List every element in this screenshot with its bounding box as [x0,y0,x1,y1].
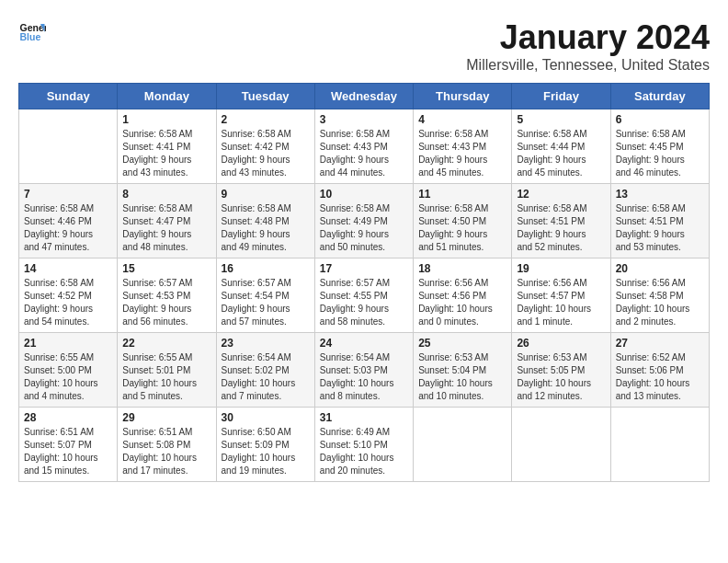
week-row-3: 14Sunrise: 6:58 AMSunset: 4:52 PMDayligh… [19,259,710,333]
page-container: General Blue January 2024 Millersville, … [18,18,710,482]
calendar-cell: 22Sunrise: 6:55 AMSunset: 5:01 PMDayligh… [118,333,216,408]
day-number: 26 [517,337,605,350]
calendar-cell: 11Sunrise: 6:58 AMSunset: 4:50 PMDayligh… [414,184,512,259]
day-number: 5 [517,113,605,126]
day-info: Sunrise: 6:57 AMSunset: 4:54 PMDaylight:… [222,277,310,328]
day-info: Sunrise: 6:58 AMSunset: 4:43 PMDaylight:… [418,128,506,179]
day-info: Sunrise: 6:53 AMSunset: 5:04 PMDaylight:… [418,351,506,403]
week-row-5: 28Sunrise: 6:51 AMSunset: 5:07 PMDayligh… [19,408,710,482]
calendar-table: Sunday Monday Tuesday Wednesday Thursday… [18,83,710,482]
day-info: Sunrise: 6:51 AMSunset: 5:08 PMDaylight:… [122,426,210,477]
day-info: Sunrise: 6:58 AMSunset: 4:43 PMDaylight:… [320,128,408,179]
day-number: 15 [122,262,210,275]
calendar-cell: 9Sunrise: 6:58 AMSunset: 4:48 PMDaylight… [216,184,314,259]
day-number: 31 [320,411,408,424]
header-saturday: Saturday [610,84,709,109]
calendar-cell: 3Sunrise: 6:58 AMSunset: 4:43 PMDaylight… [314,109,413,184]
day-info: Sunrise: 6:53 AMSunset: 5:05 PMDaylight:… [517,351,605,403]
day-number: 27 [616,337,704,350]
calendar-cell: 2Sunrise: 6:58 AMSunset: 4:42 PMDaylight… [216,109,314,184]
calendar-subtitle: Millersville, Tennessee, United States [466,57,710,74]
calendar-cell: 1Sunrise: 6:58 AMSunset: 4:41 PMDaylight… [118,109,216,184]
header-monday: Monday [118,84,216,109]
day-number: 3 [320,113,408,126]
day-number: 29 [122,411,210,424]
calendar-cell: 23Sunrise: 6:54 AMSunset: 5:02 PMDayligh… [216,333,314,408]
header: General Blue January 2024 Millersville, … [18,18,710,74]
day-number: 19 [517,262,605,275]
day-number: 6 [616,113,704,126]
day-info: Sunrise: 6:58 AMSunset: 4:50 PMDaylight:… [418,202,506,254]
day-info: Sunrise: 6:58 AMSunset: 4:47 PMDaylight:… [122,202,210,254]
calendar-cell [610,408,709,482]
day-info: Sunrise: 6:58 AMSunset: 4:41 PMDaylight:… [122,128,210,179]
weekday-header-row: Sunday Monday Tuesday Wednesday Thursday… [19,84,710,109]
day-number: 10 [320,188,408,201]
day-info: Sunrise: 6:54 AMSunset: 5:02 PMDaylight:… [222,351,310,403]
calendar-cell: 18Sunrise: 6:56 AMSunset: 4:56 PMDayligh… [414,259,512,333]
header-sunday: Sunday [19,84,118,109]
day-number: 20 [616,262,704,275]
logo-icon: General Blue [18,18,46,46]
day-info: Sunrise: 6:55 AMSunset: 5:01 PMDaylight:… [122,351,210,403]
calendar-cell: 25Sunrise: 6:53 AMSunset: 5:04 PMDayligh… [414,333,512,408]
calendar-cell: 30Sunrise: 6:50 AMSunset: 5:09 PMDayligh… [216,408,314,482]
header-friday: Friday [512,84,610,109]
calendar-cell: 15Sunrise: 6:57 AMSunset: 4:53 PMDayligh… [118,259,216,333]
day-number: 8 [122,188,210,201]
day-info: Sunrise: 6:58 AMSunset: 4:48 PMDaylight:… [222,202,310,254]
day-info: Sunrise: 6:57 AMSunset: 4:55 PMDaylight:… [320,277,408,328]
day-number: 12 [517,188,605,201]
calendar-cell: 13Sunrise: 6:58 AMSunset: 4:51 PMDayligh… [610,184,709,259]
calendar-cell: 6Sunrise: 6:58 AMSunset: 4:45 PMDaylight… [610,109,709,184]
calendar-cell: 16Sunrise: 6:57 AMSunset: 4:54 PMDayligh… [216,259,314,333]
day-info: Sunrise: 6:51 AMSunset: 5:07 PMDaylight:… [24,426,112,477]
day-number: 18 [418,262,506,275]
day-number: 9 [222,188,310,201]
calendar-cell: 20Sunrise: 6:56 AMSunset: 4:58 PMDayligh… [610,259,709,333]
day-info: Sunrise: 6:58 AMSunset: 4:46 PMDaylight:… [24,202,112,254]
week-row-2: 7Sunrise: 6:58 AMSunset: 4:46 PMDaylight… [19,184,710,259]
day-info: Sunrise: 6:58 AMSunset: 4:44 PMDaylight:… [517,128,605,179]
day-info: Sunrise: 6:58 AMSunset: 4:42 PMDaylight:… [222,128,310,179]
calendar-cell [414,408,512,482]
calendar-cell: 27Sunrise: 6:52 AMSunset: 5:06 PMDayligh… [610,333,709,408]
calendar-cell: 7Sunrise: 6:58 AMSunset: 4:46 PMDaylight… [19,184,118,259]
day-number: 1 [122,113,210,126]
day-number: 4 [418,113,506,126]
logo: General Blue [18,18,46,46]
day-info: Sunrise: 6:58 AMSunset: 4:51 PMDaylight:… [517,202,605,254]
day-number: 23 [222,337,310,350]
header-tuesday: Tuesday [216,84,314,109]
day-info: Sunrise: 6:49 AMSunset: 5:10 PMDaylight:… [320,426,408,477]
day-info: Sunrise: 6:52 AMSunset: 5:06 PMDaylight:… [616,351,704,403]
calendar-cell: 5Sunrise: 6:58 AMSunset: 4:44 PMDaylight… [512,109,610,184]
calendar-cell: 24Sunrise: 6:54 AMSunset: 5:03 PMDayligh… [314,333,413,408]
day-number: 14 [24,262,112,275]
day-info: Sunrise: 6:56 AMSunset: 4:56 PMDaylight:… [418,277,506,328]
calendar-cell: 4Sunrise: 6:58 AMSunset: 4:43 PMDaylight… [414,109,512,184]
day-info: Sunrise: 6:56 AMSunset: 4:58 PMDaylight:… [616,277,704,328]
calendar-cell: 31Sunrise: 6:49 AMSunset: 5:10 PMDayligh… [314,408,413,482]
calendar-cell: 19Sunrise: 6:56 AMSunset: 4:57 PMDayligh… [512,259,610,333]
day-info: Sunrise: 6:58 AMSunset: 4:45 PMDaylight:… [616,128,704,179]
day-info: Sunrise: 6:58 AMSunset: 4:49 PMDaylight:… [320,202,408,254]
day-info: Sunrise: 6:54 AMSunset: 5:03 PMDaylight:… [320,351,408,403]
day-info: Sunrise: 6:57 AMSunset: 4:53 PMDaylight:… [122,277,210,328]
week-row-1: 1Sunrise: 6:58 AMSunset: 4:41 PMDaylight… [19,109,710,184]
day-number: 30 [222,411,310,424]
calendar-cell: 8Sunrise: 6:58 AMSunset: 4:47 PMDaylight… [118,184,216,259]
calendar-title: January 2024 [466,18,710,57]
day-number: 2 [222,113,310,126]
calendar-cell: 28Sunrise: 6:51 AMSunset: 5:07 PMDayligh… [19,408,118,482]
calendar-cell: 14Sunrise: 6:58 AMSunset: 4:52 PMDayligh… [19,259,118,333]
day-info: Sunrise: 6:56 AMSunset: 4:57 PMDaylight:… [517,277,605,328]
day-info: Sunrise: 6:50 AMSunset: 5:09 PMDaylight:… [222,426,310,477]
calendar-cell: 17Sunrise: 6:57 AMSunset: 4:55 PMDayligh… [314,259,413,333]
day-number: 22 [122,337,210,350]
day-info: Sunrise: 6:58 AMSunset: 4:51 PMDaylight:… [616,202,704,254]
title-section: January 2024 Millersville, Tennessee, Un… [466,18,710,74]
day-number: 13 [616,188,704,201]
calendar-cell: 26Sunrise: 6:53 AMSunset: 5:05 PMDayligh… [512,333,610,408]
calendar-cell: 21Sunrise: 6:55 AMSunset: 5:00 PMDayligh… [19,333,118,408]
